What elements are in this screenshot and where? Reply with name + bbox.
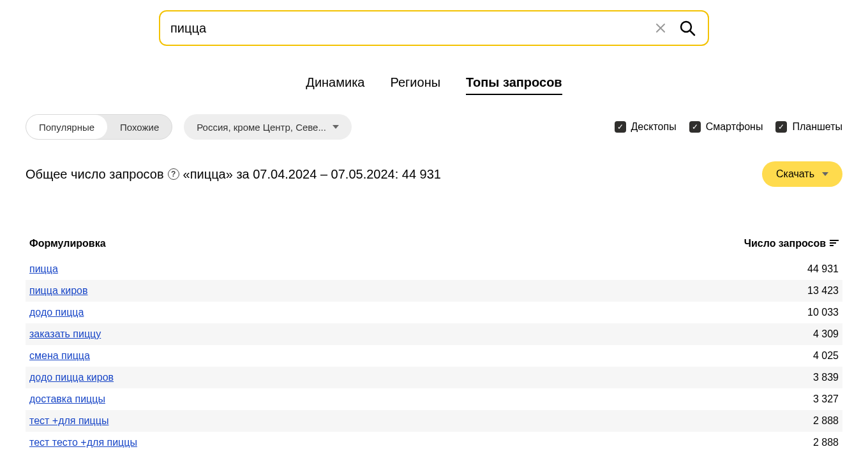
table-row: пицца киров13 423 (26, 280, 842, 302)
sort-desc-icon (830, 240, 839, 247)
device-checkboxes: ✓ Десктопы ✓ Смартфоны ✓ Планшеты (615, 121, 842, 133)
checkbox-box-icon: ✓ (775, 121, 787, 133)
checkbox-box-icon: ✓ (689, 121, 701, 133)
query-link[interactable]: заказать пиццу (29, 328, 101, 340)
query-count: 3 327 (813, 393, 839, 405)
checkbox-desktops[interactable]: ✓ Десктопы (615, 121, 677, 133)
query-count: 4 025 (813, 350, 839, 362)
query-link[interactable]: додо пицца киров (29, 372, 114, 383)
segment-similar[interactable]: Похожие (107, 115, 172, 139)
region-selector[interactable]: Россия, кроме Центр, Севе... (184, 114, 352, 140)
search-box (159, 10, 709, 46)
summary-row: Общее число запросов ? «пицца» за 07.04.… (26, 161, 842, 187)
query-count: 44 931 (807, 263, 839, 275)
table-row: доставка пиццы3 327 (26, 388, 842, 410)
query-link[interactable]: смена пицца (29, 350, 90, 362)
query-count: 4 309 (813, 328, 839, 340)
table-row: смена пицца4 025 (26, 345, 842, 367)
search-input[interactable] (170, 21, 652, 36)
tab-tops[interactable]: Топы запросов (466, 75, 562, 95)
download-button[interactable]: Скачать (762, 161, 842, 187)
table-row: додо пицца10 033 (26, 302, 842, 323)
tabs: Динамика Регионы Топы запросов (26, 75, 842, 95)
col-query-label: Формулировка (29, 238, 106, 249)
table-row: тест +для пиццы2 888 (26, 410, 842, 432)
check-icon: ✓ (778, 123, 784, 131)
search-wrap (26, 10, 842, 46)
info-icon[interactable]: ? (168, 168, 179, 180)
summary-rest: «пицца» за 07.04.2024 – 07.05.2024: 44 9… (183, 167, 441, 182)
results-table: Формулировка Число запросов пицца44 931п… (26, 238, 842, 453)
table-row: тест тесто +для пиццы2 888 (26, 432, 842, 453)
tab-regions[interactable]: Регионы (390, 75, 440, 95)
query-count: 3 839 (813, 372, 839, 383)
clear-icon[interactable] (652, 19, 670, 37)
check-icon: ✓ (692, 123, 698, 131)
table-header: Формулировка Число запросов (26, 238, 842, 258)
checkbox-label: Смартфоны (706, 121, 763, 133)
query-link[interactable]: тест тесто +для пиццы (29, 437, 137, 448)
summary-text: Общее число запросов ? «пицца» за 07.04.… (26, 167, 441, 182)
chevron-down-icon (822, 172, 828, 176)
check-icon: ✓ (617, 123, 624, 131)
table-row: пицца44 931 (26, 258, 842, 280)
checkbox-label: Десктопы (631, 121, 677, 133)
left-controls: Популярные Похожие Россия, кроме Центр, … (26, 114, 352, 140)
col-count-label: Число запросов (744, 238, 826, 249)
checkbox-box-icon: ✓ (615, 121, 626, 133)
download-label: Скачать (776, 168, 814, 180)
checkbox-label: Планшеты (792, 121, 842, 133)
checkbox-tablets[interactable]: ✓ Планшеты (775, 121, 842, 133)
search-icon[interactable] (677, 18, 698, 38)
region-label: Россия, кроме Центр, Севе... (197, 122, 326, 133)
query-link[interactable]: пицца киров (29, 285, 88, 297)
query-link[interactable]: додо пицца (29, 307, 84, 318)
tab-dynamics[interactable]: Динамика (306, 75, 364, 95)
query-link[interactable]: доставка пиццы (29, 393, 105, 405)
query-count: 10 033 (807, 307, 839, 318)
table-row: заказать пиццу4 309 (26, 323, 842, 345)
svg-line-1 (690, 31, 694, 35)
query-count: 13 423 (807, 285, 839, 297)
checkbox-smartphones[interactable]: ✓ Смартфоны (689, 121, 763, 133)
query-count: 2 888 (813, 415, 839, 427)
chevron-down-icon (333, 125, 339, 129)
query-link[interactable]: тест +для пиццы (29, 415, 108, 427)
query-count: 2 888 (813, 437, 839, 448)
table-body: пицца44 931пицца киров13 423додо пицца10… (26, 258, 842, 453)
segmented-control: Популярные Похожие (26, 114, 172, 140)
col-count-header[interactable]: Число запросов (744, 238, 839, 249)
segment-popular[interactable]: Популярные (26, 115, 107, 139)
controls-row: Популярные Похожие Россия, кроме Центр, … (26, 114, 842, 140)
query-link[interactable]: пицца (29, 263, 58, 275)
summary-prefix: Общее число запросов (26, 167, 164, 182)
table-row: додо пицца киров3 839 (26, 367, 842, 388)
